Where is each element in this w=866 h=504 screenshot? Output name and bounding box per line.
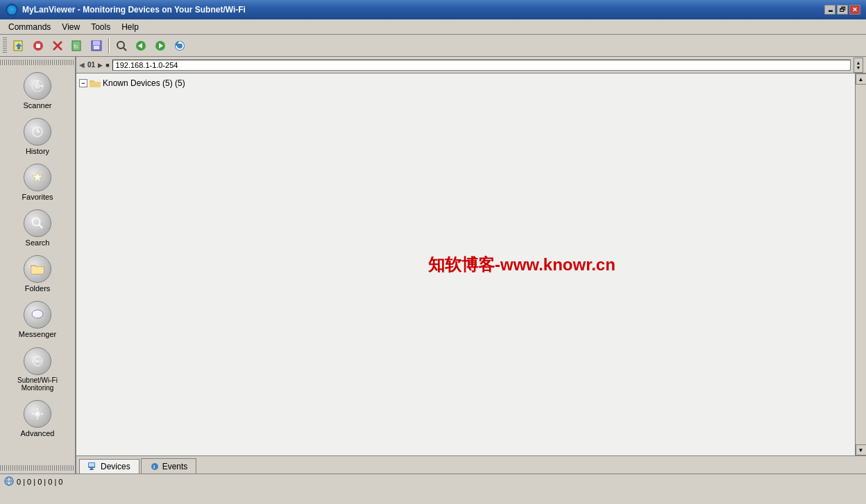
svg-rect-42: [90, 82, 101, 87]
app-icon: 🌐: [6, 3, 18, 16]
scanner-label: Scanner: [24, 101, 52, 110]
menu-help[interactable]: Help: [116, 21, 144, 33]
nav-arrow: ▶: [98, 62, 103, 69]
content-area: ◀ 01 ▶ ■ 192.168.1-1.0-254 ▲ ▼ −: [76, 57, 866, 473]
address-text[interactable]: 192.168.1-1.0-254: [112, 60, 851, 71]
address-scroll-btn[interactable]: ▲ ▼: [854, 58, 863, 73]
main-layout: Scanner History Favorites: [0, 57, 866, 473]
menu-commands[interactable]: Commands: [3, 21, 56, 33]
svg-point-27: [33, 218, 40, 226]
folders-label: Folders: [25, 284, 51, 293]
favorites-label: Favorites: [22, 193, 53, 201]
svg-text:↻: ↻: [74, 44, 78, 50]
favorites-icon: [24, 164, 51, 191]
sidebar-item-advanced[interactable]: Advanced: [0, 396, 75, 442]
window-title: MyLanViewer - Monitoring Devices on Your…: [22, 5, 824, 15]
minimize-button[interactable]: 🗕: [824, 5, 835, 15]
advanced-icon: [24, 400, 51, 428]
svg-line-28: [39, 225, 42, 228]
sidebar-item-scanner[interactable]: Scanner: [0, 68, 75, 114]
sidebar-item-folders[interactable]: Folders: [0, 251, 75, 297]
export-button[interactable]: [10, 37, 28, 55]
scanner-icon: [24, 72, 51, 100]
tree-folder-icon: [90, 78, 101, 89]
refresh-button[interactable]: ↻: [68, 37, 86, 55]
watermark: 知软博客-www.knowr.cn: [428, 254, 615, 276]
svg-rect-9: [93, 41, 100, 45]
stop-button[interactable]: [29, 37, 47, 55]
status-text: 0 | 0 | 0 | 0 | 0: [17, 478, 62, 486]
sidebar: Scanner History Favorites: [0, 57, 76, 473]
forward-button[interactable]: [151, 37, 169, 55]
svg-marker-26: [32, 172, 43, 182]
scroll-up-btn[interactable]: ▲: [856, 73, 867, 85]
svg-rect-10: [94, 46, 99, 49]
nav-01: 01: [87, 61, 95, 69]
toolbar: ↻: [0, 35, 866, 57]
sidebar-bottom-dots: [0, 465, 75, 471]
find-button[interactable]: [112, 37, 130, 55]
svg-rect-45: [90, 468, 93, 469]
status-network-icon: [4, 476, 14, 487]
history-label: History: [26, 147, 49, 155]
svg-line-12: [124, 48, 126, 51]
status-bar: 0 | 0 | 0 | 0 | 0: [0, 473, 866, 489]
svg-point-35: [37, 360, 39, 362]
tab-devices[interactable]: Devices: [79, 459, 139, 473]
back-button[interactable]: [132, 37, 150, 55]
svg-rect-46: [90, 469, 94, 470]
close-button[interactable]: ✕: [849, 5, 860, 15]
sidebar-item-messenger[interactable]: Messenger: [0, 297, 75, 342]
search-label: Search: [26, 238, 50, 247]
messenger-label: Messenger: [19, 330, 56, 338]
devices-tab-icon: [88, 462, 98, 471]
tree-scrollbar: ▲ ▼: [855, 73, 866, 455]
scan-button[interactable]: [171, 37, 189, 55]
window-controls: 🗕 🗗 ✕: [824, 5, 860, 15]
svg-point-30: [32, 310, 43, 318]
svg-text:i: i: [153, 464, 155, 470]
events-tab-label: Events: [162, 462, 188, 471]
tab-bar: Devices i Events: [76, 455, 866, 473]
subnet-wifi-icon: [24, 347, 51, 375]
svg-point-11: [117, 42, 124, 49]
menu-bar: Commands View Tools Help: [0, 19, 866, 35]
tab-events[interactable]: i Events: [141, 458, 197, 473]
nav-square: ■: [105, 62, 109, 69]
svg-rect-44: [89, 463, 94, 467]
messenger-icon: [24, 301, 51, 329]
tree-expand-btn[interactable]: −: [79, 79, 87, 87]
devices-tab-label: Devices: [101, 462, 130, 471]
menu-tools[interactable]: Tools: [85, 21, 116, 33]
title-bar: 🌐 MyLanViewer - Monitoring Devices on Yo…: [0, 0, 866, 19]
menu-view[interactable]: View: [56, 21, 85, 33]
sidebar-item-history[interactable]: History: [0, 114, 75, 159]
sidebar-item-search[interactable]: Search: [0, 205, 75, 251]
subnet-wifi-label: Subnet/Wi-Fi Monitoring: [3, 376, 72, 392]
svg-point-20: [35, 83, 40, 89]
history-icon: [24, 118, 51, 146]
save-button[interactable]: [87, 37, 105, 55]
tree-root[interactable]: − Known Devices (5) (5): [79, 76, 852, 90]
scroll-down-btn[interactable]: ▼: [856, 444, 867, 455]
sidebar-item-favorites[interactable]: Favorites: [0, 159, 75, 205]
sidebar-item-subnet-wifi[interactable]: Subnet/Wi-Fi Monitoring: [0, 343, 75, 396]
advanced-label: Advanced: [21, 429, 55, 437]
svg-rect-29: [31, 267, 44, 274]
nav-marker: ◀: [79, 61, 85, 69]
sidebar-top-dots: [0, 60, 75, 65]
tree-area: − Known Devices (5) (5) 知软博客-www.knowr.c…: [76, 73, 855, 455]
delete-button[interactable]: [49, 37, 67, 55]
tree-root-label: Known Devices (5) (5): [103, 78, 185, 88]
search-icon: [24, 209, 51, 237]
maximize-button[interactable]: 🗗: [837, 5, 848, 15]
address-bar: ◀ 01 ▶ ■ 192.168.1-1.0-254 ▲ ▼: [76, 57, 866, 73]
events-tab-icon: i: [150, 462, 160, 471]
folders-icon: [24, 255, 51, 283]
svg-rect-3: [36, 44, 40, 48]
svg-point-37: [36, 412, 39, 415]
